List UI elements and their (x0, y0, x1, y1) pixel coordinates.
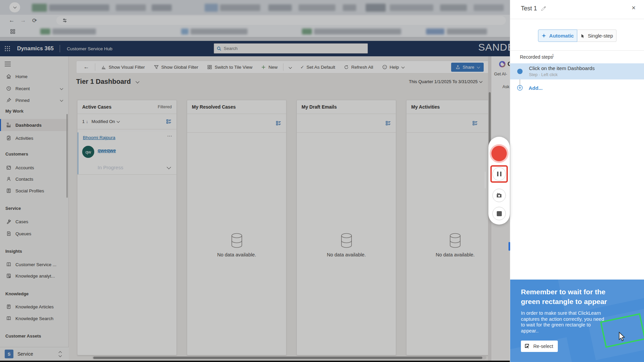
list-layout-icon[interactable] (166, 119, 172, 124)
panel-edge-handle[interactable] (508, 242, 510, 251)
help-button[interactable]: ? Help (382, 64, 405, 70)
app-name[interactable]: Customer Service Hub (67, 46, 112, 51)
edit-pencil-icon[interactable] (541, 6, 546, 11)
set-as-default-button[interactable]: ✓ Set As Default (300, 64, 335, 70)
sidebar-item-label: Queues (15, 231, 31, 236)
tune-icon[interactable] (59, 17, 70, 24)
blurred-bookmark-favicon (426, 28, 444, 35)
page-title[interactable]: Tier 1 Dashboard (76, 78, 139, 85)
reload-icon[interactable]: ⟳ (29, 17, 40, 24)
area-label: Service (17, 351, 33, 357)
show-visual-filter-button[interactable]: Show Visual Filter (101, 64, 145, 70)
sidebar-item-home[interactable]: Home (0, 71, 69, 82)
tip-title: Remember to wait for the green rectangle… (521, 287, 607, 306)
sidebar-item-knowledge-search[interactable]: Knowledge Search (0, 313, 69, 324)
divider (510, 50, 644, 51)
sidebar-scrollbar[interactable] (66, 114, 68, 198)
sort-field[interactable]: Modified On (92, 119, 115, 124)
contact-link[interactable]: Bhoomi Rajpura (83, 135, 115, 140)
sidebar-item-contacts[interactable]: Contacts (0, 174, 69, 184)
sort-descending-icon[interactable]: ↓ (86, 119, 88, 124)
add-label: Add... (529, 85, 543, 91)
step-meta: Step · Left click (529, 72, 557, 77)
sidebar-item-queues[interactable]: Queues (0, 228, 69, 239)
sidebar-item-knowledge-articles[interactable]: Knowledge Articles (0, 301, 69, 312)
list-layout-icon[interactable] (472, 120, 478, 126)
list-layout-icon[interactable] (385, 120, 391, 126)
filtered-badge: Filtered (158, 105, 172, 109)
blurred-tab (299, 4, 335, 11)
list-layout-icon[interactable] (276, 120, 281, 126)
switch-to-tile-view-button[interactable]: Switch to Tile View (207, 64, 252, 70)
close-panel-icon[interactable]: × (629, 4, 638, 12)
tab-overflow-button[interactable] (9, 2, 20, 12)
stop-button[interactable] (492, 207, 506, 220)
window-bottom-edge (0, 361, 510, 362)
stream-title: My Draft Emails (302, 104, 337, 110)
knowledge-search-icon (5, 315, 12, 321)
sidebar-item-label: Activities (15, 136, 33, 141)
tip-body: In order to make sure that ClickLearn ca… (521, 310, 609, 334)
sidebar-item-customer-service-insights[interactable]: Customer Service ... (0, 259, 69, 270)
expand-chevron-icon[interactable] (165, 165, 170, 171)
area-expander-icon[interactable] (59, 352, 61, 357)
brand-title[interactable]: Dynamics 365 (17, 46, 54, 52)
sidebar-item-cases[interactable]: Cases (0, 216, 69, 227)
screenshot-button[interactable] (492, 189, 506, 202)
sidebar-item-dashboards[interactable]: Dashboards (0, 119, 69, 131)
back-icon[interactable]: ← (6, 17, 17, 24)
recorded-steps-count: 1 (552, 53, 554, 58)
case-title-link[interactable]: qweqwe (98, 148, 116, 153)
command-label: Refresh All (351, 65, 373, 70)
case-card[interactable]: Bhoomi Rajpura ⋯ qw qweqwe In Progress (77, 132, 176, 175)
search-input[interactable] (224, 46, 351, 51)
waffle-icon[interactable] (4, 46, 10, 52)
area-switcher[interactable]: S Service (0, 347, 69, 361)
mode-single-step-button[interactable]: Single-step (577, 29, 616, 42)
add-step-button[interactable]: Add... (517, 85, 543, 91)
recorder-drag-handle[interactable] (485, 172, 486, 188)
global-search[interactable] (214, 43, 368, 54)
time-period-filter[interactable]: This Quarter 1/1/2025 To 3/31/2025 (409, 79, 482, 84)
sidebar-item-activities[interactable]: Activities (0, 133, 69, 143)
sidebar-item-pinned[interactable]: Pinned (0, 95, 69, 106)
pause-button[interactable] (492, 167, 506, 181)
sidebar-item-label: Pinned (15, 98, 30, 103)
queues-icon (5, 231, 12, 237)
recorder-toolbar (488, 137, 510, 225)
record-button[interactable] (491, 146, 507, 161)
blurred-tab (474, 4, 504, 11)
refresh-all-button[interactable]: Refresh All (344, 65, 373, 70)
cursor-icon (580, 34, 585, 38)
new-button[interactable]: New (261, 65, 277, 70)
re-select-button[interactable]: Re-select (521, 341, 558, 352)
chevron-down-icon (479, 80, 483, 83)
mode-automatic-button[interactable]: Automatic (538, 29, 577, 42)
scrollbar-thumb[interactable] (93, 357, 482, 359)
chevron-down-icon (136, 79, 139, 83)
horizontal-scrollbar[interactable] (92, 356, 486, 359)
apps-grid-icon[interactable] (10, 29, 15, 34)
show-global-filter-button[interactable]: Show Global Filter (154, 64, 198, 70)
sidebar-item-accounts[interactable]: Accounts (0, 162, 69, 173)
database-icon (448, 233, 463, 249)
forward-icon[interactable]: → (17, 17, 29, 24)
recorded-step-item[interactable]: Click on the item Dashboards Step · Left… (510, 63, 644, 79)
sidebar-item-recent[interactable]: Recent (0, 83, 69, 94)
blurred-tab (152, 4, 172, 11)
share-button[interactable]: Share (451, 63, 484, 72)
back-button[interactable]: ← (84, 64, 89, 70)
check-icon: ✓ (300, 64, 304, 70)
more-options-icon[interactable]: ⋯ (167, 133, 172, 139)
overflow-chevron-button[interactable] (289, 66, 291, 68)
command-label: Show Visual Filter (109, 65, 145, 70)
chevron-down-icon (60, 98, 63, 102)
hamburger-icon[interactable] (5, 62, 11, 66)
blurred-bookmark (52, 28, 96, 35)
address-bar[interactable] (56, 16, 506, 25)
scrollbar-thumb[interactable] (489, 92, 491, 147)
copilot-heading-partial: C (507, 60, 510, 68)
recording-title: Test 1 (521, 5, 537, 12)
sidebar-item-social-profiles[interactable]: Social Profiles (0, 185, 69, 196)
sidebar-item-knowledge-analytics[interactable]: Knowledge analyt... (0, 270, 69, 281)
